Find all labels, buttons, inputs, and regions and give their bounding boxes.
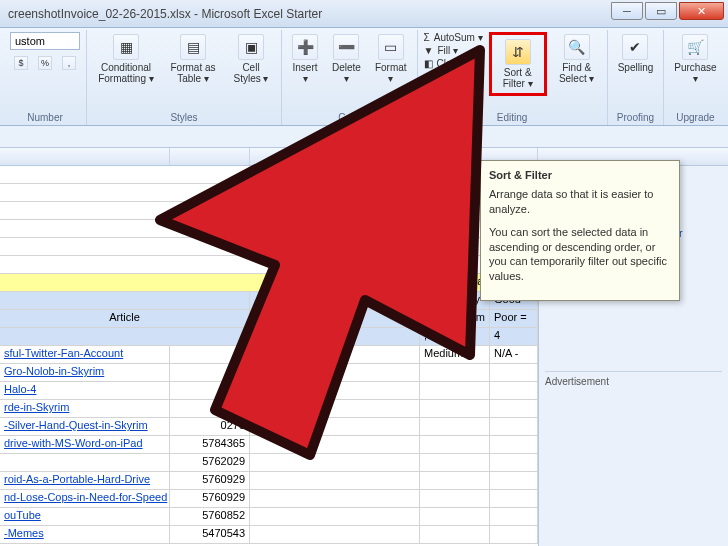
article-link[interactable]: sful-Twitter-Fan-Account <box>4 347 123 359</box>
cell-difficulty[interactable] <box>420 382 490 399</box>
ribbon-group-number: $ % , Number <box>4 30 87 125</box>
ribbon-group-cells: ➕ Insert ▾ ➖ Delete ▾ ▭ Format ▾ Cells <box>282 30 418 125</box>
col-header-f[interactable]: F <box>370 148 470 165</box>
article-link[interactable]: ouTube <box>4 509 41 521</box>
article-link[interactable]: Halo-4 <box>4 383 36 395</box>
col-header-a[interactable] <box>0 148 170 165</box>
cell-rating[interactable] <box>490 400 538 417</box>
insert-button[interactable]: ➕ Insert ▾ <box>288 32 322 86</box>
fill-icon: ▼ <box>424 45 434 56</box>
article-link[interactable]: nd-Lose-Cops-in-Need-for-Speed <box>4 491 167 503</box>
spelling-button[interactable]: ✔ Spelling <box>614 32 658 75</box>
cart-icon: 🛒 <box>682 34 708 60</box>
cell-rating[interactable]: N/A - <box>490 346 538 363</box>
article-link[interactable]: rde-in-Skyrim <box>4 401 69 413</box>
group-label-styles: Styles <box>170 112 197 125</box>
window-controls: ─ ▭ ✕ <box>611 2 724 20</box>
cell-value[interactable]: 356 <box>170 400 250 417</box>
cell-difficulty[interactable] <box>420 364 490 381</box>
clear-button[interactable]: ◧Clear ▾ <box>424 58 483 69</box>
cell-rating[interactable] <box>490 364 538 381</box>
article-link[interactable]: roid-As-a-Portable-Hard-Drive <box>4 473 150 485</box>
group-label-editing: Editing <box>497 112 528 125</box>
table-row: 5762029 <box>0 454 538 472</box>
col-header-e[interactable]: E <box>250 148 370 165</box>
format-icon: ▭ <box>378 34 404 60</box>
cell-value[interactable]: 5784365 <box>170 436 250 453</box>
table-row: Gro-Nolob-in-Skyrim <box>0 364 538 382</box>
cell-rating[interactable] <box>490 454 538 471</box>
find-icon: 🔍 <box>564 34 590 60</box>
article-link[interactable]: -Memes <box>4 527 44 539</box>
table-header-row2: Article = 1, Medium Poor = <box>0 310 538 328</box>
delete-button[interactable]: ➖ Delete ▾ <box>328 32 365 86</box>
cell-difficulty[interactable]: Medium <box>420 346 490 363</box>
ribbon: $ % , Number ▦ Conditional Formatting ▾ … <box>0 28 728 126</box>
group-label-cells: Cells <box>338 112 360 125</box>
table-row: -Memes5470543 <box>0 526 538 544</box>
sort-filter-button[interactable]: ⇵ Sort & Filter ▾ <box>494 37 542 91</box>
close-button[interactable]: ✕ <box>679 2 724 20</box>
cell-value[interactable] <box>170 364 250 381</box>
cell-rating[interactable] <box>490 418 538 435</box>
col-header-b[interactable] <box>170 148 250 165</box>
article-link[interactable]: Gro-Nolob-in-Skyrim <box>4 365 104 377</box>
cell-rating[interactable] <box>490 382 538 399</box>
number-format-select[interactable] <box>10 32 80 50</box>
cell-rating[interactable] <box>490 508 538 525</box>
purchase-button[interactable]: 🛒 Purchase ▾ <box>670 32 720 86</box>
article-link[interactable]: -Silver-Hand-Quest-in-Skyrim <box>4 419 148 431</box>
cell-difficulty[interactable] <box>420 508 490 525</box>
cell-difficulty[interactable] <box>420 472 490 489</box>
format-as-table-button[interactable]: ▤ Format as Table ▾ <box>165 32 221 86</box>
ribbon-group-editing: ΣAutoSum ▾ ▼Fill ▾ ◧Clear ▾ ⇵ Sort & Fil… <box>418 30 608 125</box>
cell-value[interactable] <box>170 382 250 399</box>
cell-value[interactable]: 5760929 <box>170 490 250 507</box>
cell-value[interactable]: 5760929 <box>170 472 250 489</box>
group-label-number: Number <box>27 112 63 125</box>
ribbon-group-styles: ▦ Conditional Formatting ▾ ▤ Format as T… <box>87 30 282 125</box>
tooltip-p1: Arrange data so that it is easier to ana… <box>489 187 671 217</box>
table-header-row: To Difficulty Good <box>0 292 538 310</box>
fill-button[interactable]: ▼Fill ▾ <box>424 45 483 56</box>
formula-bar[interactable] <box>0 126 728 148</box>
cell-difficulty[interactable] <box>420 400 490 417</box>
cell-value[interactable]: 5470543 <box>170 526 250 543</box>
autosum-button[interactable]: ΣAutoSum ▾ <box>424 32 483 43</box>
cell-value[interactable]: 5760852 <box>170 508 250 525</box>
cell-rating[interactable] <box>490 490 538 507</box>
cell-styles-button[interactable]: ▣ Cell Styles ▾ <box>227 32 275 86</box>
cell-difficulty[interactable] <box>420 418 490 435</box>
maximize-button[interactable]: ▭ <box>645 2 677 20</box>
spelling-icon: ✔ <box>622 34 648 60</box>
table-row: rde-in-Skyrim356 <box>0 400 538 418</box>
table-row: drive-with-MS-Word-on-iPad5784365 <box>0 436 538 454</box>
conditional-formatting-button[interactable]: ▦ Conditional Formatting ▾ <box>93 32 159 86</box>
tooltip-p2: You can sort the selected data in ascend… <box>489 225 671 284</box>
eraser-icon: ◧ <box>424 58 433 69</box>
advertisement-label: Advertisement <box>545 371 722 387</box>
cell-difficulty[interactable] <box>420 526 490 543</box>
comma-icon[interactable]: , <box>62 56 76 70</box>
find-select-button[interactable]: 🔍 Find & Select ▾ <box>553 32 601 86</box>
sort-filter-icon: ⇵ <box>505 39 531 65</box>
cell-difficulty[interactable] <box>420 454 490 471</box>
delete-icon: ➖ <box>333 34 359 60</box>
percent-icon[interactable]: % <box>38 56 52 70</box>
cell-rating[interactable] <box>490 436 538 453</box>
cell-value[interactable]: 5762029 <box>170 454 250 471</box>
cell-value[interactable] <box>170 346 250 363</box>
table-header-row3: , Hard = 3 4 <box>0 328 538 346</box>
currency-icon[interactable]: $ <box>14 56 28 70</box>
cell-difficulty[interactable] <box>420 490 490 507</box>
table-row: sful-Twitter-Fan-AccountMediumN/A - <box>0 346 538 364</box>
sort-filter-tooltip: Sort & Filter Arrange data so that it is… <box>480 160 680 301</box>
minimize-button[interactable]: ─ <box>611 2 643 20</box>
cell-rating[interactable] <box>490 472 538 489</box>
cell-rating[interactable] <box>490 526 538 543</box>
cell-difficulty[interactable] <box>420 436 490 453</box>
article-link[interactable]: drive-with-MS-Word-on-iPad <box>4 437 143 449</box>
format-as-table-icon: ▤ <box>180 34 206 60</box>
cell-value[interactable]: 0276 <box>170 418 250 435</box>
format-button[interactable]: ▭ Format ▾ <box>371 32 411 86</box>
